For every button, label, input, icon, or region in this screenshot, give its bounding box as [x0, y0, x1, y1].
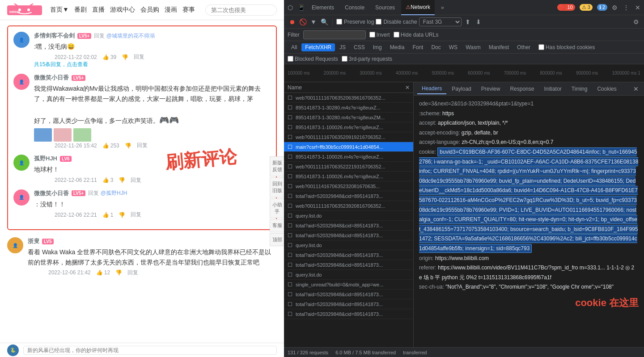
network-row-16[interactable]: ☐total?aid=520329848&cid=895141873...	[284, 250, 413, 260]
network-row-15[interactable]: ☐query.list.do	[284, 240, 413, 250]
username-long[interactable]: 浙叟	[28, 237, 39, 245]
type-tab-js[interactable]: JS	[336, 43, 349, 51]
tab-elements[interactable]: Elements	[307, 0, 339, 15]
bilibili-logo[interactable]: bilibili	[7, 4, 43, 16]
assistant-btn[interactable]: 小助手	[270, 198, 284, 218]
username-4[interactable]: 微微笑小日香	[34, 189, 69, 197]
like-btn-long[interactable]: 👍 12	[96, 269, 110, 276]
clear-icon[interactable]: 🚫	[298, 17, 307, 26]
network-row-4[interactable]: ☐web?001111167063520919216706352...	[284, 132, 413, 142]
type-tab-media[interactable]: Media	[386, 43, 408, 51]
settings-network-icon[interactable]: ⚙	[631, 17, 640, 26]
network-row-17[interactable]: ☐total?aid=520329848&cid=895141873...	[284, 260, 413, 270]
dislike-btn-1[interactable]: 👎	[122, 54, 128, 60]
reply-btn-1[interactable]: 回复	[134, 53, 144, 61]
h-tab-payload[interactable]: Payload	[447, 84, 475, 94]
network-row-11[interactable]: ☐web?001111167063523920816706352...	[284, 201, 413, 211]
tab-more[interactable]: »	[436, 0, 449, 15]
type-tab-wasm[interactable]: Wasm	[462, 43, 484, 51]
inspect-icon[interactable]: ⬡	[286, 3, 295, 12]
dislike-btn-4[interactable]: 👎	[119, 212, 125, 218]
reply-target-1[interactable]: @城墙里的花不得溺	[106, 33, 155, 39]
preserve-log-checkbox[interactable]: Preserve log	[336, 19, 374, 25]
nav-home[interactable]: 首页▼	[50, 6, 69, 14]
throttle-select[interactable]: Fast 3GSlow 3GNo throttling	[419, 17, 462, 26]
tab-sources[interactable]: Sources	[371, 0, 399, 15]
h-tab-headers[interactable]: Headers	[417, 84, 446, 94]
settings-icon[interactable]: ⚙	[610, 3, 619, 12]
like-btn-1[interactable]: 👍 39	[102, 54, 116, 60]
type-tab-css[interactable]: CSS	[350, 43, 369, 51]
like-btn-3[interactable]: 👍 3	[102, 177, 114, 183]
network-row-9[interactable]: ☐web?0011141670635232081670635...	[284, 181, 413, 191]
reply-target-4[interactable]: @孤野HJH	[101, 190, 127, 196]
network-row-12[interactable]: ☐query.list.do	[284, 211, 413, 221]
network-row-18[interactable]: ☐query.list.do	[284, 270, 413, 280]
nav-manga[interactable]: 漫画	[165, 6, 177, 14]
close-devtools-icon[interactable]: ✕	[633, 3, 642, 12]
type-tab-font[interactable]: Font	[409, 43, 427, 51]
h-tab-timing[interactable]: Timing	[567, 84, 592, 94]
blocked-requests-checkbox[interactable]: Blocked Requests	[288, 56, 338, 62]
nav-live[interactable]: 直播	[92, 6, 105, 14]
network-row-5-selected[interactable]: ☐main?csrf=ffb30b5cc099914c1d04854...	[284, 142, 413, 152]
import-icon[interactable]: ⬆	[463, 17, 472, 26]
top-btn[interactable]: 顶部	[270, 233, 284, 246]
close-headers-icon[interactable]: ✕	[631, 85, 640, 92]
nav-bangumi[interactable]: 番剧	[74, 6, 87, 14]
type-tab-img[interactable]: Img	[369, 43, 386, 51]
disable-cache-checkbox[interactable]: Disable cache	[376, 19, 417, 25]
network-row-3[interactable]: ☐895141873-1-100026.m4s?e=ig8euxZ...	[284, 122, 413, 132]
reply-btn-long[interactable]: 回复	[127, 269, 138, 277]
network-row-13[interactable]: ☐total?aid=520329848&cid=895141873...	[284, 221, 413, 231]
search-input[interactable]	[205, 4, 277, 16]
reply-btn-4[interactable]: 回复	[131, 211, 141, 218]
search-icon[interactable]: 🔍	[320, 17, 329, 26]
network-row-14[interactable]: ☐total?aid=520329848&cid=895141873...	[284, 231, 413, 240]
h-tab-preview[interactable]: Preview	[477, 84, 505, 94]
new-version-btn[interactable]: 新版反馈	[270, 156, 284, 176]
reply-btn-3[interactable]: 回复	[131, 176, 141, 184]
network-row-7[interactable]: ☐web?001111167063522219316706352...	[284, 162, 413, 172]
blocked-cookies-checkbox[interactable]: Has blocked cookies	[538, 44, 595, 50]
nav-game[interactable]: 游戏中心	[110, 6, 135, 14]
close-panel-icon[interactable]: ✕	[405, 84, 410, 91]
username-3[interactable]: 孤野HJH	[34, 155, 57, 163]
dislike-btn-2[interactable]: 👎	[125, 143, 131, 149]
h-tab-cookies[interactable]: Cookies	[593, 84, 621, 94]
username-2[interactable]: 微微笑小日香	[34, 74, 69, 82]
filter-icon[interactable]: ▼	[309, 17, 318, 26]
network-row-22[interactable]: ☐total?aid=520329848&cid=895141873...	[284, 309, 413, 319]
network-row-19[interactable]: ☐single_unread?build=0&mobi_app=we...	[284, 280, 413, 290]
h-tab-response[interactable]: Response	[505, 84, 538, 94]
network-row-10[interactable]: ☐total?aid=520329848&cid=895141873...	[284, 191, 413, 201]
network-row-21[interactable]: ☐total?aid=520329848&cid=895141873...	[284, 299, 413, 309]
network-row-1[interactable]: ☐895141873-1-30280.m4s?e=ig8euxZ...	[284, 103, 413, 113]
old-version-btn[interactable]: 回到旧版	[270, 177, 284, 197]
network-row-6[interactable]: ☐895141873-1-100026.m4s?e=ig8euxZ...	[284, 152, 413, 162]
network-row-8[interactable]: ☐895141873-1-100026.m4s?e=ig8euxZ...	[284, 172, 413, 181]
filter-input[interactable]	[303, 30, 366, 39]
third-party-checkbox[interactable]: 3rd-party requests	[342, 56, 392, 62]
type-tab-manifest[interactable]: Manifest	[485, 43, 513, 51]
export-icon[interactable]: ⬇	[474, 17, 483, 26]
reply-btn-2[interactable]: 回复	[137, 142, 148, 149]
tab-network[interactable]: ⚠ Network	[401, 0, 435, 15]
network-row-2[interactable]: ☐895141873-1-30280.m4s?e=ig8euxZM...	[284, 113, 413, 122]
comment-input[interactable]	[23, 346, 277, 355]
network-row-20[interactable]: ☐total?aid=520329848&cid=895141873...	[284, 290, 413, 299]
hide-data-urls-checkbox[interactable]: Hide data URLs	[394, 32, 439, 38]
like-btn-4[interactable]: 👍 1	[102, 212, 114, 218]
type-tab-all[interactable]: All	[288, 43, 301, 51]
record-icon[interactable]: ⏺	[288, 17, 297, 26]
nav-sports[interactable]: 赛事	[182, 6, 195, 14]
more-icon[interactable]: ⋮	[622, 3, 631, 12]
h-tab-initiator[interactable]: Initiator	[539, 84, 566, 94]
network-row-0[interactable]: ☐web?001111167063520639616706352...	[284, 93, 413, 103]
nav-vip[interactable]: 会员购	[140, 6, 159, 14]
type-tab-fetch[interactable]: Fetch/XHR	[301, 43, 335, 51]
device-icon[interactable]: 📱	[297, 3, 305, 12]
like-btn-2[interactable]: 👍 253	[102, 143, 119, 149]
type-tab-ws[interactable]: WS	[445, 43, 461, 51]
dislike-btn-long[interactable]: 👎	[115, 269, 122, 276]
